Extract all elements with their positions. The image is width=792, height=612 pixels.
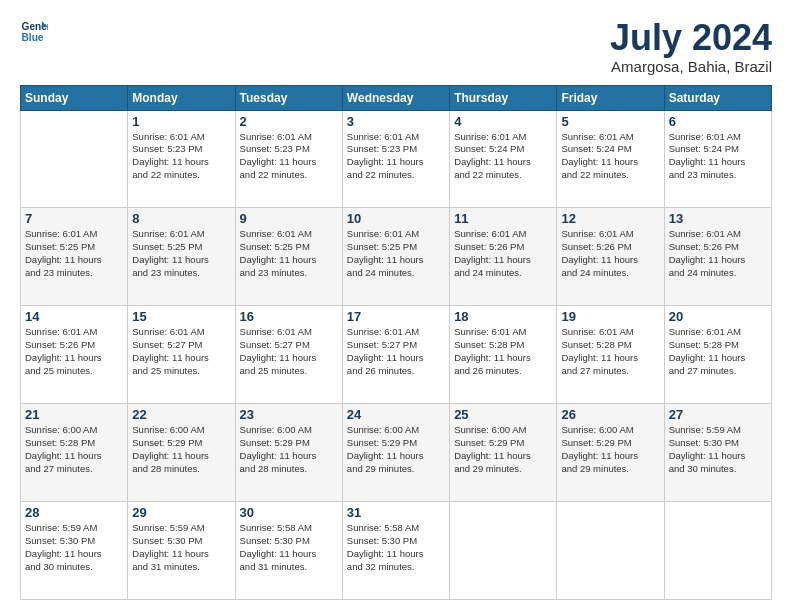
calendar-week-2: 7Sunrise: 6:01 AM Sunset: 5:25 PM Daylig… bbox=[21, 208, 772, 306]
logo: General Blue bbox=[20, 18, 48, 46]
calendar-cell: 29Sunrise: 5:59 AM Sunset: 5:30 PM Dayli… bbox=[128, 502, 235, 600]
cell-content: Sunrise: 6:01 AM Sunset: 5:26 PM Dayligh… bbox=[25, 326, 123, 377]
day-number: 8 bbox=[132, 211, 230, 226]
day-number: 18 bbox=[454, 309, 552, 324]
cell-content: Sunrise: 6:01 AM Sunset: 5:27 PM Dayligh… bbox=[347, 326, 445, 377]
calendar-cell: 18Sunrise: 6:01 AM Sunset: 5:28 PM Dayli… bbox=[450, 306, 557, 404]
cell-content: Sunrise: 5:59 AM Sunset: 5:30 PM Dayligh… bbox=[669, 424, 767, 475]
calendar-cell: 28Sunrise: 5:59 AM Sunset: 5:30 PM Dayli… bbox=[21, 502, 128, 600]
day-header-sunday: Sunday bbox=[21, 85, 128, 110]
calendar-cell: 13Sunrise: 6:01 AM Sunset: 5:26 PM Dayli… bbox=[664, 208, 771, 306]
day-number: 21 bbox=[25, 407, 123, 422]
calendar-cell: 3Sunrise: 6:01 AM Sunset: 5:23 PM Daylig… bbox=[342, 110, 449, 208]
calendar-cell bbox=[21, 110, 128, 208]
day-number: 15 bbox=[132, 309, 230, 324]
calendar-cell: 4Sunrise: 6:01 AM Sunset: 5:24 PM Daylig… bbox=[450, 110, 557, 208]
cell-content: Sunrise: 6:00 AM Sunset: 5:28 PM Dayligh… bbox=[25, 424, 123, 475]
calendar-table: SundayMondayTuesdayWednesdayThursdayFrid… bbox=[20, 85, 772, 600]
calendar-cell: 22Sunrise: 6:00 AM Sunset: 5:29 PM Dayli… bbox=[128, 404, 235, 502]
calendar-cell: 1Sunrise: 6:01 AM Sunset: 5:23 PM Daylig… bbox=[128, 110, 235, 208]
day-number: 29 bbox=[132, 505, 230, 520]
cell-content: Sunrise: 6:01 AM Sunset: 5:25 PM Dayligh… bbox=[132, 228, 230, 279]
calendar-cell bbox=[450, 502, 557, 600]
month-title: July 2024 bbox=[610, 18, 772, 58]
calendar-cell: 15Sunrise: 6:01 AM Sunset: 5:27 PM Dayli… bbox=[128, 306, 235, 404]
calendar-week-3: 14Sunrise: 6:01 AM Sunset: 5:26 PM Dayli… bbox=[21, 306, 772, 404]
calendar-cell: 17Sunrise: 6:01 AM Sunset: 5:27 PM Dayli… bbox=[342, 306, 449, 404]
day-number: 5 bbox=[561, 114, 659, 129]
location-subtitle: Amargosa, Bahia, Brazil bbox=[610, 58, 772, 75]
day-header-saturday: Saturday bbox=[664, 85, 771, 110]
day-number: 12 bbox=[561, 211, 659, 226]
day-header-wednesday: Wednesday bbox=[342, 85, 449, 110]
calendar-cell: 31Sunrise: 5:58 AM Sunset: 5:30 PM Dayli… bbox=[342, 502, 449, 600]
calendar-cell: 25Sunrise: 6:00 AM Sunset: 5:29 PM Dayli… bbox=[450, 404, 557, 502]
calendar-week-4: 21Sunrise: 6:00 AM Sunset: 5:28 PM Dayli… bbox=[21, 404, 772, 502]
cell-content: Sunrise: 6:01 AM Sunset: 5:26 PM Dayligh… bbox=[669, 228, 767, 279]
day-number: 17 bbox=[347, 309, 445, 324]
calendar-cell: 2Sunrise: 6:01 AM Sunset: 5:23 PM Daylig… bbox=[235, 110, 342, 208]
day-number: 9 bbox=[240, 211, 338, 226]
day-number: 2 bbox=[240, 114, 338, 129]
cell-content: Sunrise: 6:01 AM Sunset: 5:25 PM Dayligh… bbox=[240, 228, 338, 279]
day-number: 23 bbox=[240, 407, 338, 422]
calendar-cell: 20Sunrise: 6:01 AM Sunset: 5:28 PM Dayli… bbox=[664, 306, 771, 404]
cell-content: Sunrise: 6:01 AM Sunset: 5:27 PM Dayligh… bbox=[240, 326, 338, 377]
day-number: 4 bbox=[454, 114, 552, 129]
day-number: 27 bbox=[669, 407, 767, 422]
cell-content: Sunrise: 6:01 AM Sunset: 5:28 PM Dayligh… bbox=[454, 326, 552, 377]
svg-text:Blue: Blue bbox=[22, 32, 44, 43]
calendar-cell: 24Sunrise: 6:00 AM Sunset: 5:29 PM Dayli… bbox=[342, 404, 449, 502]
day-number: 6 bbox=[669, 114, 767, 129]
cell-content: Sunrise: 6:01 AM Sunset: 5:23 PM Dayligh… bbox=[347, 131, 445, 182]
cell-content: Sunrise: 6:00 AM Sunset: 5:29 PM Dayligh… bbox=[347, 424, 445, 475]
cell-content: Sunrise: 6:00 AM Sunset: 5:29 PM Dayligh… bbox=[240, 424, 338, 475]
day-number: 13 bbox=[669, 211, 767, 226]
calendar-cell: 26Sunrise: 6:00 AM Sunset: 5:29 PM Dayli… bbox=[557, 404, 664, 502]
calendar-week-1: 1Sunrise: 6:01 AM Sunset: 5:23 PM Daylig… bbox=[21, 110, 772, 208]
cell-content: Sunrise: 6:01 AM Sunset: 5:25 PM Dayligh… bbox=[25, 228, 123, 279]
day-number: 20 bbox=[669, 309, 767, 324]
calendar-cell: 6Sunrise: 6:01 AM Sunset: 5:24 PM Daylig… bbox=[664, 110, 771, 208]
day-number: 10 bbox=[347, 211, 445, 226]
day-number: 24 bbox=[347, 407, 445, 422]
day-number: 3 bbox=[347, 114, 445, 129]
day-header-friday: Friday bbox=[557, 85, 664, 110]
day-number: 30 bbox=[240, 505, 338, 520]
calendar-cell: 11Sunrise: 6:01 AM Sunset: 5:26 PM Dayli… bbox=[450, 208, 557, 306]
cell-content: Sunrise: 6:01 AM Sunset: 5:24 PM Dayligh… bbox=[561, 131, 659, 182]
cell-content: Sunrise: 6:00 AM Sunset: 5:29 PM Dayligh… bbox=[132, 424, 230, 475]
day-number: 7 bbox=[25, 211, 123, 226]
cell-content: Sunrise: 6:01 AM Sunset: 5:28 PM Dayligh… bbox=[669, 326, 767, 377]
calendar-cell: 12Sunrise: 6:01 AM Sunset: 5:26 PM Dayli… bbox=[557, 208, 664, 306]
calendar-cell: 7Sunrise: 6:01 AM Sunset: 5:25 PM Daylig… bbox=[21, 208, 128, 306]
cell-content: Sunrise: 6:00 AM Sunset: 5:29 PM Dayligh… bbox=[454, 424, 552, 475]
calendar-cell bbox=[557, 502, 664, 600]
day-header-tuesday: Tuesday bbox=[235, 85, 342, 110]
day-number: 11 bbox=[454, 211, 552, 226]
cell-content: Sunrise: 6:01 AM Sunset: 5:23 PM Dayligh… bbox=[132, 131, 230, 182]
calendar-cell: 14Sunrise: 6:01 AM Sunset: 5:26 PM Dayli… bbox=[21, 306, 128, 404]
day-number: 14 bbox=[25, 309, 123, 324]
cell-content: Sunrise: 5:59 AM Sunset: 5:30 PM Dayligh… bbox=[132, 522, 230, 573]
cell-content: Sunrise: 6:01 AM Sunset: 5:25 PM Dayligh… bbox=[347, 228, 445, 279]
cell-content: Sunrise: 6:01 AM Sunset: 5:23 PM Dayligh… bbox=[240, 131, 338, 182]
calendar-page: General Blue July 2024 Amargosa, Bahia, … bbox=[0, 0, 792, 612]
cell-content: Sunrise: 5:59 AM Sunset: 5:30 PM Dayligh… bbox=[25, 522, 123, 573]
calendar-header-row: SundayMondayTuesdayWednesdayThursdayFrid… bbox=[21, 85, 772, 110]
day-number: 25 bbox=[454, 407, 552, 422]
day-header-thursday: Thursday bbox=[450, 85, 557, 110]
day-header-monday: Monday bbox=[128, 85, 235, 110]
calendar-week-5: 28Sunrise: 5:59 AM Sunset: 5:30 PM Dayli… bbox=[21, 502, 772, 600]
day-number: 16 bbox=[240, 309, 338, 324]
cell-content: Sunrise: 6:01 AM Sunset: 5:24 PM Dayligh… bbox=[454, 131, 552, 182]
cell-content: Sunrise: 5:58 AM Sunset: 5:30 PM Dayligh… bbox=[240, 522, 338, 573]
cell-content: Sunrise: 6:00 AM Sunset: 5:29 PM Dayligh… bbox=[561, 424, 659, 475]
cell-content: Sunrise: 6:01 AM Sunset: 5:26 PM Dayligh… bbox=[454, 228, 552, 279]
calendar-body: 1Sunrise: 6:01 AM Sunset: 5:23 PM Daylig… bbox=[21, 110, 772, 599]
calendar-cell: 16Sunrise: 6:01 AM Sunset: 5:27 PM Dayli… bbox=[235, 306, 342, 404]
calendar-cell: 10Sunrise: 6:01 AM Sunset: 5:25 PM Dayli… bbox=[342, 208, 449, 306]
day-number: 1 bbox=[132, 114, 230, 129]
header: General Blue July 2024 Amargosa, Bahia, … bbox=[20, 18, 772, 75]
calendar-cell: 30Sunrise: 5:58 AM Sunset: 5:30 PM Dayli… bbox=[235, 502, 342, 600]
